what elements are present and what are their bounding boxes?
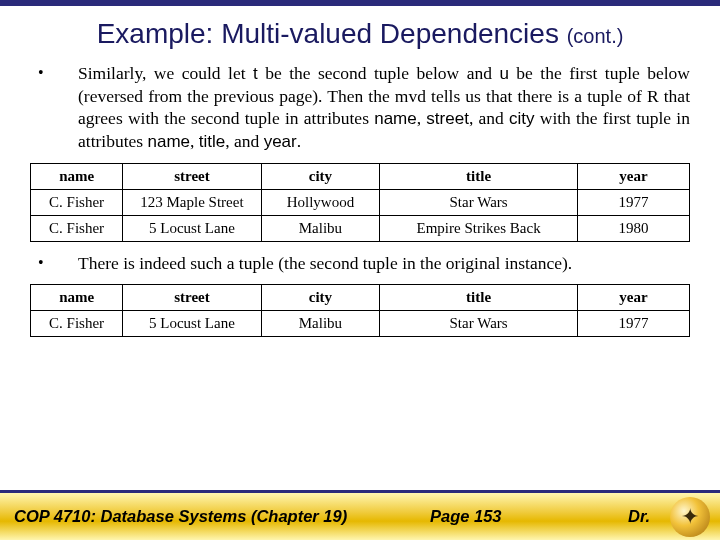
text-frag: , (417, 108, 427, 128)
cell-title: Empire Strikes Back (380, 215, 578, 241)
bullet-1: • Similarly, we could let t be the secon… (30, 62, 690, 153)
bullet-2-text: There is indeed such a tuple (the second… (78, 252, 690, 274)
text-frag: . (297, 131, 301, 151)
attr-name: name (148, 132, 191, 151)
th-city: city (261, 285, 380, 311)
slide-title: Example: Multi-valued Dependencies (cont… (30, 18, 690, 50)
table-row: C. Fisher 5 Locust Lane Malibu Empire St… (31, 215, 690, 241)
footer-author: Dr. (628, 507, 650, 526)
footer-course: COP 4710: Database Systems (Chapter 19) (14, 507, 347, 526)
bullet-mark: • (30, 252, 78, 274)
title-continued: (cont.) (567, 25, 624, 47)
text-frag: be the second tuple below and (258, 63, 500, 83)
th-street: street (123, 163, 261, 189)
cell-name: C. Fisher (31, 215, 123, 241)
text-frag: Similarly, we could let (78, 63, 253, 83)
table-row: C. Fisher 5 Locust Lane Malibu Star Wars… (31, 311, 690, 337)
cell-name: C. Fisher (31, 189, 123, 215)
attr-name: name (374, 109, 417, 128)
cell-street: 5 Locust Lane (123, 215, 261, 241)
th-title: title (380, 285, 578, 311)
footer: COP 4710: Database Systems (Chapter 19) … (0, 490, 720, 540)
cell-street: 123 Maple Street (123, 189, 261, 215)
th-name: name (31, 163, 123, 189)
cell-city: Hollywood (261, 189, 380, 215)
cell-year: 1977 (577, 189, 689, 215)
cell-city: Malibu (261, 311, 380, 337)
cell-year: 1977 (577, 311, 689, 337)
var-u: u (499, 64, 508, 83)
title-main: Example: Multi-valued Dependencies (97, 18, 559, 49)
th-title: title (380, 163, 578, 189)
footer-bar: COP 4710: Database Systems (Chapter 19) … (0, 493, 720, 540)
table-2: name street city title year C. Fisher 5 … (30, 284, 690, 337)
cell-title: Star Wars (380, 311, 578, 337)
table-row: C. Fisher 123 Maple Street Hollywood Sta… (31, 189, 690, 215)
table-header-row: name street city title year (31, 163, 690, 189)
bullet-1-text: Similarly, we could let t be the second … (78, 62, 690, 153)
text-frag: , (190, 131, 199, 151)
text-frag: , and (469, 108, 509, 128)
th-city: city (261, 163, 380, 189)
table-1: name street city title year C. Fisher 12… (30, 163, 690, 242)
attr-street: street (426, 109, 469, 128)
cell-year: 1980 (577, 215, 689, 241)
th-year: year (577, 285, 689, 311)
slide-body: Example: Multi-valued Dependencies (cont… (0, 6, 720, 337)
th-year: year (577, 163, 689, 189)
text-frag: , and (225, 131, 263, 151)
pegasus-logo-icon: ✦ (670, 497, 710, 537)
cell-city: Malibu (261, 215, 380, 241)
attr-year: year (264, 132, 297, 151)
cell-street: 5 Locust Lane (123, 311, 261, 337)
footer-page: Page 153 (430, 507, 502, 526)
th-street: street (123, 285, 261, 311)
attr-title: title (199, 132, 225, 151)
attr-city: city (509, 109, 535, 128)
bullet-2: • There is indeed such a tuple (the seco… (30, 252, 690, 274)
th-name: name (31, 285, 123, 311)
table-header-row: name street city title year (31, 285, 690, 311)
cell-title: Star Wars (380, 189, 578, 215)
cell-name: C. Fisher (31, 311, 123, 337)
bullet-mark: • (30, 62, 78, 153)
